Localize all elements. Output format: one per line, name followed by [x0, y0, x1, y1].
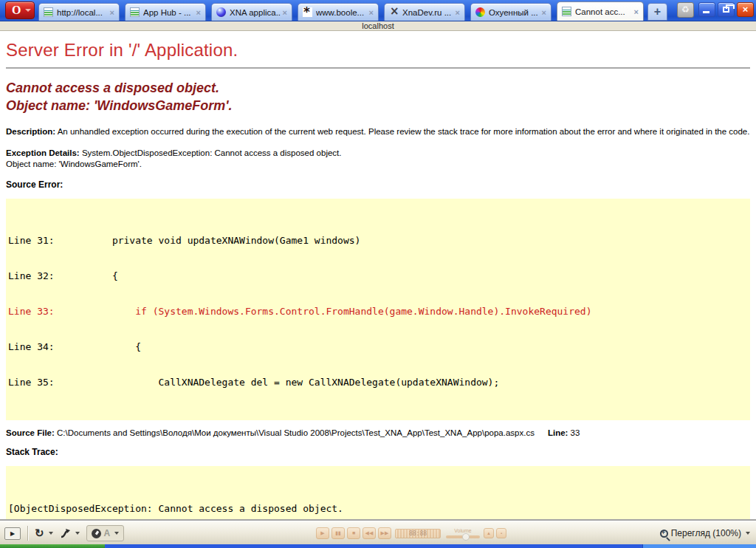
error-subtitle: Cannot access a disposed object. Object …	[6, 79, 750, 114]
exception-object-name: Object name: 'WindowsGameForm'.	[6, 160, 142, 168]
next-button[interactable]: ▶▶	[378, 527, 391, 539]
chevron-down-icon	[25, 9, 31, 12]
play-button[interactable]: ▶	[316, 527, 329, 539]
source-error-code-block: Line 31: private void updateXNAWindow(Ga…	[6, 199, 750, 420]
error-page-content: Server Error in '/' Application. Cannot …	[0, 31, 756, 519]
source-file-label: Source File:	[6, 428, 55, 437]
source-line: Line 35: CallXNADelegate del = new CallX…	[8, 377, 750, 388]
divider	[6, 67, 750, 69]
tab-close-icon[interactable]: ×	[194, 8, 205, 17]
new-tab-button[interactable]: +	[647, 3, 667, 21]
tab-close-icon[interactable]: ×	[281, 8, 292, 17]
opera-browser-window: O http://local... × App Hub - ... × XNA …	[0, 0, 756, 548]
tab-forum[interactable]: Охуенный ... ×	[470, 3, 551, 21]
pause-button[interactable]: ▮▮	[331, 527, 345, 539]
source-file-path: C:\Documents and Settings\Володя\Мои док…	[57, 428, 535, 437]
sync-icon: ↻	[35, 527, 44, 539]
tab-xnadev[interactable]: XnaDev.ru ... ×	[384, 3, 465, 21]
closed-tabs-trash-button[interactable]: ♻	[677, 2, 694, 18]
fit-width-icon: A	[104, 528, 111, 538]
start-button[interactable]	[0, 544, 105, 548]
restore-icon	[723, 7, 729, 13]
magnifier-plus-icon	[660, 530, 668, 538]
line-label: Line:	[548, 428, 568, 437]
opera-menu-button[interactable]: O	[5, 1, 35, 19]
turbo-fit-width-control[interactable]: A	[86, 525, 125, 541]
error-object-line: Object name: 'WindowsGameForm'.	[6, 97, 750, 114]
stop-button[interactable]: ■	[347, 527, 360, 539]
line-number: 33	[571, 428, 580, 437]
color-wheel-favicon-icon	[475, 7, 485, 17]
source-line: Line 31: private void updateXNAWindow(Ga…	[8, 235, 750, 247]
source-error-label: Source Error:	[6, 179, 750, 190]
tab-app-hub[interactable]: App Hub - ... ×	[125, 3, 206, 21]
description-text: An unhandled exception occurred during t…	[58, 127, 750, 136]
volume-control: Volume	[446, 528, 480, 538]
x-mark-favicon-icon	[389, 7, 399, 17]
zoom-control[interactable]: Перегляд (100%)	[660, 521, 750, 545]
status-bar: ▶ ↻ A ▶ ▮▮ ■ ◀◀ ▶▶ 88:88 Vol	[0, 521, 756, 544]
eject-button[interactable]: ▲	[484, 528, 494, 538]
turbo-gauge-icon	[92, 529, 101, 538]
restore-button[interactable]	[718, 2, 735, 17]
minimize-icon	[703, 11, 709, 13]
mouse-gesture-button[interactable]	[60, 528, 80, 539]
tab-close-icon[interactable]: ×	[453, 8, 464, 17]
description-paragraph: Description: An unhandled exception occu…	[6, 126, 750, 137]
media-menu-button[interactable]: ▪	[496, 528, 506, 538]
page-favicon-icon	[44, 7, 53, 17]
tab-close-icon[interactable]: ×	[367, 8, 378, 17]
tab-label: Cannot acc...	[575, 7, 632, 16]
chevron-down-icon	[49, 532, 53, 535]
tab-label: App Hub - ...	[143, 8, 194, 17]
tab-http-localhost[interactable]: http://local... ×	[38, 3, 120, 21]
statusbar-left-controls: ▶ ↻ A	[4, 521, 124, 545]
tab-label: http://local...	[57, 8, 108, 17]
source-line: Line 32: {	[8, 270, 750, 282]
page-title-bar: localhost	[0, 21, 756, 31]
error-message-line: Cannot access a disposed object.	[6, 79, 750, 97]
tab-label: www.boole...	[316, 8, 367, 17]
page-title: Server Error in '/' Application.	[6, 40, 750, 61]
chevron-down-icon	[114, 532, 119, 535]
mouse-gesture-icon	[60, 528, 71, 539]
previous-button[interactable]: ◀◀	[362, 527, 376, 539]
seek-bar[interactable]: 88:88	[395, 529, 441, 538]
source-file-line: Source File: C:\Documents and Settings\В…	[6, 428, 750, 437]
tab-strip: http://local... × App Hub - ... × XNA ap…	[38, 0, 644, 21]
source-line-error: Line 33: if (System.Windows.Forms.Contro…	[8, 306, 750, 318]
window-controls: ×	[698, 2, 754, 17]
minimize-button[interactable]	[698, 2, 715, 17]
description-label: Description:	[6, 127, 55, 136]
tab-cannot-access-active[interactable]: Cannot acc... ×	[557, 1, 644, 21]
exception-details-paragraph: Exception Details: System.ObjectDisposed…	[6, 148, 750, 170]
tab-boolean[interactable]: www.boole... ×	[298, 3, 379, 21]
windows-taskbar	[0, 544, 756, 548]
volume-slider-thumb[interactable]	[462, 533, 470, 541]
xna-sphere-favicon-icon	[216, 7, 226, 17]
stack-trace-block: [ObjectDisposedException: Cannot access …	[6, 466, 750, 519]
page-favicon-icon	[130, 7, 140, 17]
tab-label: XnaDev.ru ...	[402, 8, 453, 17]
tab-close-icon[interactable]: ×	[540, 8, 551, 17]
media-player-toolbar: ▶ ▮▮ ■ ◀◀ ▶▶ 88:88 Volume ▲ ▪	[316, 525, 506, 541]
exception-details-label: Exception Details:	[6, 148, 80, 157]
tab-xna-application[interactable]: XNA applica... ×	[211, 3, 292, 21]
sync-button[interactable]: ↻	[35, 527, 53, 539]
separator	[27, 526, 28, 541]
panels-toggle-button[interactable]: ▶	[4, 527, 21, 540]
tab-close-icon[interactable]: ×	[632, 7, 643, 16]
chevron-down-icon	[75, 532, 80, 535]
source-line: Line 34: {	[8, 341, 750, 353]
volume-slider[interactable]	[446, 535, 480, 538]
stack-trace-label: Stack Trace:	[6, 447, 750, 457]
close-button[interactable]: ×	[737, 2, 754, 17]
tab-close-icon[interactable]: ×	[108, 8, 119, 17]
system-tray[interactable]	[642, 544, 756, 548]
volume-label: Volume	[454, 528, 471, 534]
taskbar-main[interactable]	[105, 544, 642, 548]
zoom-label: Перегляд (100%)	[671, 528, 741, 538]
opera-logo: O	[6, 2, 21, 18]
tab-label: XNA applica...	[230, 8, 281, 17]
stack-line: [ObjectDisposedException: Cannot access …	[8, 503, 750, 515]
